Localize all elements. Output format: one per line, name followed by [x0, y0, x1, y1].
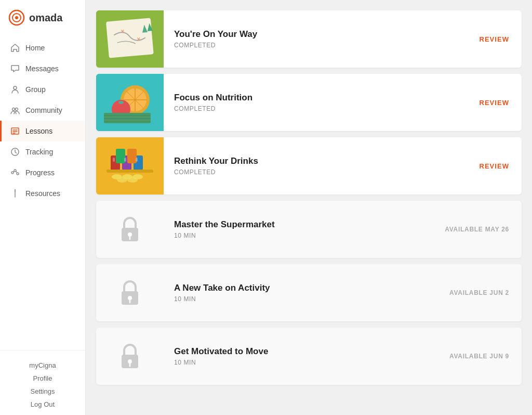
svg-point-4 — [12, 108, 15, 111]
sidebar-item-progress[interactable]: Progress — [0, 162, 85, 183]
lesson-available-6: AVAILABLE JUN 9 — [437, 353, 522, 360]
lesson-thumbnail-1: ✕ ✕ — [96, 10, 164, 68]
svg-line-15 — [16, 171, 17, 173]
lesson-image-1: ✕ ✕ — [96, 10, 164, 68]
omada-logo-icon — [8, 9, 25, 26]
sidebar-label-messages: Messages — [25, 64, 59, 73]
resources-icon — [10, 188, 20, 199]
lock-icon-6 — [118, 342, 141, 370]
svg-point-5 — [16, 108, 18, 111]
lesson-body-1: You're On Your Way COMPLETED — [164, 29, 467, 49]
logo-area: omada — [0, 0, 85, 33]
lesson-action-1[interactable]: REVIEW — [467, 35, 522, 43]
sidebar-item-tracking[interactable]: Tracking — [0, 141, 85, 162]
tracking-icon — [10, 147, 20, 157]
lock-icon-5 — [118, 279, 141, 307]
sidebar-label-tracking: Tracking — [25, 148, 53, 156]
sidebar-item-home[interactable]: Home — [0, 37, 85, 58]
svg-rect-18 — [15, 189, 16, 190]
lesson-card-2: Focus on Nutrition COMPLETED REVIEW — [96, 74, 522, 131]
svg-rect-42 — [116, 149, 125, 163]
sub-link-mycigna[interactable]: myCigna — [0, 359, 85, 372]
svg-point-12 — [14, 170, 16, 172]
messages-icon — [10, 63, 20, 74]
lesson-title-6: Get Motivated to Move — [174, 346, 427, 357]
home-icon — [10, 43, 20, 53]
lesson-subtitle-6: 10 MIN — [174, 359, 427, 366]
progress-icon — [10, 167, 20, 178]
lesson-title-4: Master the Supermarket — [174, 219, 422, 230]
sidebar-item-community[interactable]: Community — [0, 100, 85, 121]
lesson-image-2 — [96, 74, 164, 131]
lesson-subtitle-3: COMPLETED — [174, 168, 456, 176]
sidebar-label-lessons: Lessons — [25, 127, 52, 135]
sidebar-item-resources[interactable]: Resources — [0, 183, 85, 204]
lesson-card-5: A New Take on Activity 10 MIN AVAILABLE … — [96, 264, 522, 321]
sidebar-item-messages[interactable]: Messages — [0, 58, 85, 79]
lesson-card-4: Master the Supermarket 10 MIN AVAILABLE … — [96, 201, 522, 258]
lesson-thumbnail-2 — [96, 74, 164, 131]
svg-rect-43 — [127, 149, 137, 163]
sidebar-label-home: Home — [25, 44, 45, 52]
svg-point-11 — [11, 172, 14, 174]
lesson-title-2: Focus on Nutrition — [174, 93, 456, 103]
svg-point-2 — [15, 16, 18, 19]
svg-text:✕: ✕ — [137, 36, 141, 42]
sidebar-label-progress: Progress — [25, 168, 55, 177]
lesson-subtitle-5: 10 MIN — [174, 295, 427, 303]
lesson-body-3: Rethink Your Drinks COMPLETED — [164, 156, 467, 176]
svg-rect-46 — [136, 158, 138, 162]
lesson-title-3: Rethink Your Drinks — [174, 156, 456, 166]
svg-rect-45 — [124, 158, 126, 162]
sub-link-logout[interactable]: Log Out — [0, 398, 85, 411]
lesson-body-6: Get Motivated to Move 10 MIN — [164, 346, 437, 366]
lesson-action-3[interactable]: REVIEW — [467, 162, 522, 170]
lesson-lock-4 — [96, 201, 164, 258]
lesson-lock-5 — [96, 264, 164, 321]
lesson-body-2: Focus on Nutrition COMPLETED — [164, 93, 467, 112]
lessons-icon — [10, 126, 20, 136]
sidebar-label-resources: Resources — [25, 189, 60, 198]
lesson-title-5: A New Take on Activity — [174, 283, 427, 293]
sub-links: myCigna Profile Settings Log Out — [0, 350, 85, 415]
community-icon — [10, 105, 20, 115]
lesson-card-6: Get Motivated to Move 10 MIN AVAILABLE J… — [96, 328, 522, 385]
lock-icon-4 — [118, 215, 141, 243]
lesson-subtitle-2: COMPLETED — [174, 105, 456, 112]
lesson-subtitle-4: 10 MIN — [174, 232, 422, 239]
sidebar-item-lessons[interactable]: Lessons — [0, 121, 85, 141]
lesson-card-1: ✕ ✕ You're On Your Way COMPLETED REVIEW — [96, 10, 522, 68]
main-content: ✕ ✕ You're On Your Way COMPLETED REVIEW — [86, 0, 532, 415]
nav-menu: Home Messages Group — [0, 33, 85, 350]
brand-name: omada — [29, 12, 62, 24]
lesson-body-5: A New Take on Activity 10 MIN — [164, 283, 437, 303]
sub-link-profile[interactable]: Profile — [0, 372, 85, 385]
svg-text:✕: ✕ — [120, 28, 125, 34]
svg-point-52 — [127, 177, 138, 183]
lesson-title-1: You're On Your Way — [174, 29, 456, 40]
svg-point-3 — [14, 86, 17, 89]
lesson-available-5: AVAILABLE JUN 2 — [437, 289, 522, 296]
svg-line-14 — [14, 171, 14, 172]
svg-rect-44 — [113, 158, 115, 162]
group-icon — [10, 84, 20, 95]
lesson-card-3: Rethink Your Drinks COMPLETED REVIEW — [96, 137, 522, 194]
sub-link-settings[interactable]: Settings — [0, 385, 85, 398]
svg-point-33 — [118, 101, 124, 104]
lesson-subtitle-1: COMPLETED — [174, 42, 456, 49]
svg-rect-47 — [107, 170, 153, 173]
lesson-lock-6 — [96, 328, 164, 385]
svg-point-13 — [17, 173, 19, 175]
sidebar-label-community: Community — [25, 106, 62, 114]
lesson-action-2[interactable]: REVIEW — [467, 99, 522, 107]
lesson-image-3 — [96, 137, 164, 194]
lesson-thumbnail-3 — [96, 137, 164, 194]
lesson-body-4: Master the Supermarket 10 MIN — [164, 219, 432, 239]
sidebar-label-group: Group — [25, 85, 46, 94]
sidebar: omada Home Messages — [0, 0, 86, 415]
sidebar-item-group[interactable]: Group — [0, 79, 85, 100]
svg-rect-20 — [106, 18, 154, 58]
svg-point-51 — [117, 177, 127, 183]
lesson-available-4: AVAILABLE MAY 26 — [432, 226, 522, 233]
